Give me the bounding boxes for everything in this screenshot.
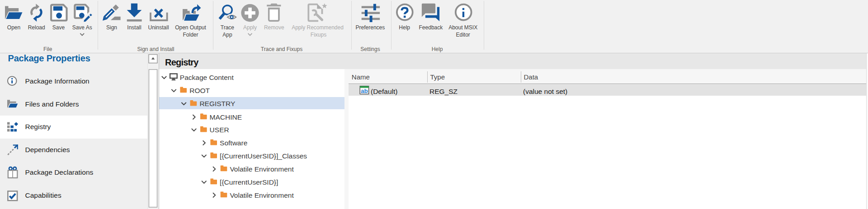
svg-text:ab: ab: [361, 88, 368, 94]
